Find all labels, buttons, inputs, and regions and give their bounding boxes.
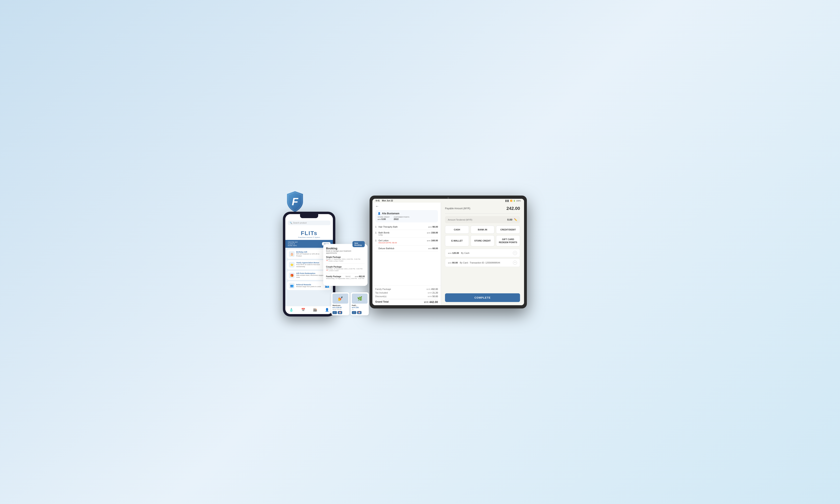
discount-value: MYR 50.00	[428, 295, 438, 298]
item-price-4: MYR 68.00	[428, 247, 438, 250]
store-credit-button[interactable]: STORE CREDIT	[470, 235, 495, 246]
family-package-row: Family Package MYR 492.00	[375, 287, 438, 291]
item-price-2: MYR 158.00	[427, 231, 438, 234]
remove-transaction-1-button[interactable]: −	[513, 251, 517, 255]
book-btn-2[interactable]: 📅	[357, 311, 361, 314]
referral-card-text: Referral Rewards Reward range from point…	[296, 284, 323, 288]
product-manicure-actions: 🛒 📅	[333, 311, 348, 314]
payment-buttons-grid: CASH BANK-IN CREDIT/DEBIT E-WALLET STORE…	[445, 226, 520, 246]
brand-subtitle: Franchisor Licensor IT System	[288, 236, 330, 238]
customer-info-card: 👤 Alia Bustamam STORE CREDIT MYR 0.00	[375, 210, 438, 222]
payable-label: Payable Amount (MYR)	[445, 207, 470, 210]
complete-button[interactable]: COMPLETE	[445, 293, 520, 302]
phone-bottom-nav: 🧴 📅 🏬 👤	[285, 306, 333, 314]
booking-single-location: 📍 Kuala Lumpur Outlet	[326, 260, 365, 262]
ipad-camera	[447, 197, 449, 199]
main-scene: F 🔍 Search product FLITs	[279, 196, 561, 308]
payment-panel: Payable Amount (MYR) 242.00 Amount Tende…	[441, 203, 524, 305]
store-credit-value: MYR 0.00	[378, 218, 390, 220]
payable-amount: 242.00	[506, 206, 520, 211]
status-time: 9:41 Mon Jun 22	[376, 200, 393, 202]
receipt-panel: ← 👤 Alia Bustamam STORE CREDIT	[372, 203, 441, 305]
product-manicure-img: 💅	[333, 293, 348, 304]
nav-products-icon[interactable]: 🧴	[289, 308, 293, 312]
ipad-body: 9:41 Mon Jun 22 ▌▌▌ 📶 🔋 100%	[370, 196, 527, 308]
tax-label: Tax Included	[375, 291, 388, 294]
product-manicure-qty: MYR 218.00	[333, 308, 348, 310]
referral-card-desc: Reward range from points to credit	[296, 286, 323, 288]
customer-points-label: CUSTOMER POINTS	[394, 216, 409, 218]
booking-single-title: Single Package	[326, 256, 365, 258]
tax-value: MYR 21.20	[428, 291, 438, 294]
receipt-nav: ←	[372, 203, 441, 210]
location-pin-icon-2: 📍	[326, 270, 328, 272]
item-name-4: Deluxe Bathttub	[378, 247, 428, 250]
item-qty-2: 1	[375, 231, 378, 234]
product-card-padi[interactable]: 🌿 Padi... MYR 218. 21 🛒 📅	[351, 292, 369, 315]
customer-points-value: 2022	[394, 218, 409, 220]
transaction-1: MYR 120.00 By Cash −	[445, 249, 520, 257]
wifi-icon: 📶	[510, 200, 512, 202]
amount-tendered-row: Amount Tendered (MYR) 0.00 ✏️	[445, 216, 520, 223]
back-button[interactable]: ←	[375, 204, 379, 209]
battery-icon: 🔋	[513, 200, 515, 202]
remove-transaction-2-button[interactable]: −	[513, 261, 517, 265]
product-padi-img: 🌿	[352, 293, 368, 304]
nav-calendar-icon[interactable]: 📅	[301, 308, 305, 312]
transaction-2: MYR 80.00 By Card - Transaction ID: 1255…	[445, 258, 520, 267]
payment-transactions-list: MYR 120.00 By Cash − MYR 80.00	[445, 249, 520, 267]
location-pin-icon: 📍	[326, 260, 328, 262]
book-btn-1[interactable]: 📅	[338, 311, 342, 314]
new-booking-button[interactable]: New Booking	[353, 241, 365, 247]
item-name-3: Gel Lotion Discount (MYR) -$0.00	[378, 239, 427, 244]
add-to-cart-btn-2[interactable]: 🛒	[352, 311, 356, 314]
brand-area: FLITs Franchisor Licensor IT System	[285, 227, 333, 240]
booking-family-price: MYR 492.00	[355, 275, 365, 277]
store-credit-stat: STORE CREDIT MYR 0.00	[378, 216, 390, 220]
add-to-cart-btn-1[interactable]: 🛒	[333, 311, 337, 314]
product-manicure-name: Manicure	[333, 304, 348, 306]
search-icon: 🔍	[290, 222, 292, 224]
svg-text:F: F	[292, 196, 299, 208]
yearly-card-desc: From MYR 10 credit for first level membe…	[296, 264, 323, 268]
customer-name: 👤 Alia Bustamam	[378, 212, 435, 215]
nav-store-icon[interactable]: 🏬	[313, 308, 317, 312]
brand-title: FLITs	[288, 230, 330, 236]
amount-tendered-label: Amount Tendered (MYR)	[448, 218, 472, 221]
bank-in-button[interactable]: BANK-IN	[470, 226, 495, 234]
phone-notch	[300, 214, 318, 218]
item-name-1: Hair Theraphy Bath	[378, 226, 428, 228]
item-price-1: MYR 98.00	[428, 226, 438, 228]
cash-button[interactable]: CASH	[445, 226, 469, 234]
discount-label: Discount(s)	[375, 295, 387, 298]
e-wallet-button[interactable]: E-WALLET	[445, 235, 469, 246]
ipad-screen: 9:41 Mon Jun 22 ▌▌▌ 📶 🔋 100%	[372, 199, 524, 305]
item-price-3: MYR 168.00	[427, 239, 438, 242]
ipad-container: 9:41 Mon Jun 22 ▌▌▌ 📶 🔋 100%	[370, 196, 527, 308]
nav-profile-icon[interactable]: 👤	[325, 308, 329, 312]
booking-couple-datetime: Thursday, 16 September 2021 | 3:00 PM - …	[326, 268, 365, 270]
booking-couple-location: 📍 London Outlet	[326, 270, 365, 272]
store-credit-label: STORE CREDIT	[378, 216, 390, 218]
receipt-item-2: 1 Bath Bomb Long MYR 158.00	[375, 230, 438, 238]
phone-search-bar[interactable]: 🔍 Search product	[288, 220, 330, 225]
edit-amount-icon[interactable]: ✏️	[514, 218, 517, 221]
credit-debit-button[interactable]: CREDIT/DEBIT	[496, 226, 520, 234]
gift-card-button[interactable]: GIFT CARDREDEEM POINTS	[496, 235, 520, 246]
item-qty-3: 1	[375, 239, 378, 242]
product-cards-container: 💅 Manicure MYR 218.00 MYR 218.00 🛒 📅 🌿 P…	[331, 292, 369, 315]
family-package-value: MYR 492.00	[426, 288, 438, 290]
receipt-item-4: Deluxe Bathttub MYR 68.00	[375, 246, 438, 251]
status-icons: ▌▌▌ 📶 🔋 100%	[505, 200, 521, 202]
product-padi-qty: 21	[352, 308, 368, 310]
booking-item-couple: Couple Package Thursday, 16 September 20…	[326, 266, 365, 273]
ipad-main-content: ← 👤 Alia Bustamam STORE CREDIT	[372, 203, 524, 305]
product-card-manicure[interactable]: 💅 Manicure MYR 218.00 MYR 218.00 🛒 📅	[331, 292, 350, 315]
bonus-icon: ⭐	[289, 262, 294, 268]
product-padi-price: MYR 218.	[352, 306, 368, 308]
redemption-icon: 🎁	[289, 273, 294, 278]
booking-family-title: Family Package	[326, 275, 341, 277]
item-name-2: Bath Bomb Long	[378, 231, 427, 236]
person-icon: 👤	[378, 212, 381, 215]
transaction-1-desc: By Cash	[461, 252, 513, 254]
